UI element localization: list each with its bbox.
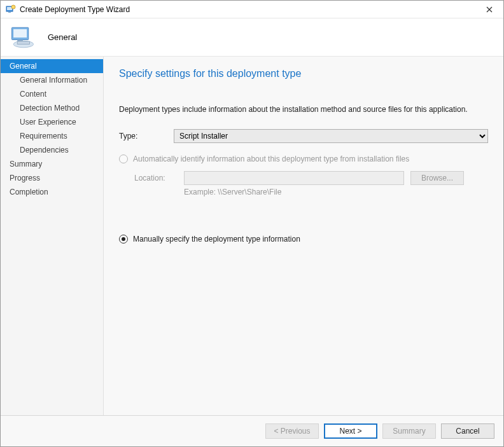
location-example: Example: \\Server\Share\File (119, 188, 488, 196)
svg-point-3 (11, 5, 15, 9)
cancel-button[interactable]: Cancel (441, 423, 494, 439)
radio-auto-label: Automatically identify information about… (133, 155, 409, 163)
summary-button: Summary (382, 423, 436, 439)
radio-icon-selected (119, 235, 128, 244)
svg-rect-10 (17, 41, 29, 44)
previous-button: < Previous (265, 423, 319, 439)
app-icon (6, 4, 16, 15)
sidebar-step-4[interactable]: User Experience (1, 115, 103, 129)
sidebar-step-2[interactable]: Content (1, 87, 103, 101)
sidebar-step-3[interactable]: Detection Method (1, 101, 103, 115)
window-title: Create Deployment Type Wizard (20, 5, 479, 14)
sidebar-step-6[interactable]: Dependencies (1, 143, 103, 157)
sidebar-step-7[interactable]: Summary (1, 157, 103, 171)
sidebar-step-1[interactable]: General Information (1, 73, 103, 87)
sidebar-step-9[interactable]: Completion (1, 185, 103, 199)
close-icon (486, 6, 493, 13)
radio-auto: Automatically identify information about… (119, 155, 488, 163)
page-heading: Specify settings for this deployment typ… (119, 68, 488, 79)
page-description: Deployment types include information abo… (119, 105, 488, 114)
location-row: Location: Browse... (119, 171, 488, 185)
type-row: Type: Script Installer (119, 129, 488, 143)
sidebar: GeneralGeneral InformationContentDetecti… (1, 57, 104, 415)
type-label: Type: (119, 132, 174, 141)
titlebar: Create Deployment Type Wizard (1, 1, 503, 18)
location-input (184, 171, 404, 185)
location-label: Location: (134, 174, 184, 182)
radio-dot (122, 237, 125, 241)
browse-button: Browse... (410, 171, 464, 185)
wizard-body: GeneralGeneral InformationContentDetecti… (1, 57, 503, 416)
close-button[interactable] (479, 3, 500, 17)
banner-title: General (48, 32, 77, 42)
sidebar-step-5[interactable]: Requirements (1, 129, 103, 143)
sidebar-step-0[interactable]: General (1, 59, 103, 73)
radio-manual[interactable]: Manually specify the deployment type inf… (119, 235, 488, 244)
svg-rect-2 (8, 11, 11, 13)
radio-icon (119, 155, 128, 163)
main-panel: Specify settings for this deployment typ… (104, 57, 503, 415)
type-select[interactable]: Script Installer (174, 129, 488, 143)
next-button[interactable]: Next > (324, 423, 377, 439)
svg-rect-7 (13, 29, 27, 37)
radio-manual-label: Manually specify the deployment type inf… (133, 235, 300, 244)
sidebar-step-8[interactable]: Progress (1, 171, 103, 185)
footer: < Previous Next > Summary Cancel (1, 416, 503, 446)
banner: General (1, 18, 503, 57)
computer-icon (10, 24, 36, 51)
